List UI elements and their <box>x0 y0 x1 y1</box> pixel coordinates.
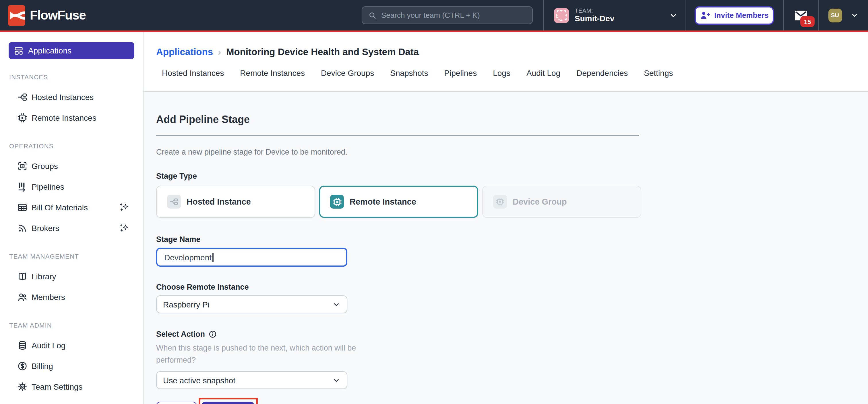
remote-instance-icon <box>330 195 344 209</box>
section-label: OPERATIONS <box>9 143 143 149</box>
section-label: TEAM MANAGEMENT <box>9 253 143 260</box>
user-menu[interactable]: SU <box>818 0 868 30</box>
pipelines-icon <box>17 182 28 192</box>
team-switcher[interactable]: TEAM: Sumit-Dev <box>544 0 685 30</box>
submit-wrap: Add Stage <box>202 402 254 404</box>
application-tabs: Hosted Instances Remote Instances Device… <box>144 68 868 78</box>
invite-wrap: Invite Members <box>685 6 783 24</box>
sidebar-item-bill-of-materials[interactable]: Bill Of Materials <box>0 197 143 218</box>
select-action-label-text: Select Action <box>156 330 205 339</box>
stage-type-option-label: Hosted Instance <box>187 197 251 206</box>
hosted-instance-icon <box>167 195 181 209</box>
sidebar-item-pipelines[interactable]: Pipelines <box>0 176 143 197</box>
cancel-button[interactable]: Cancel <box>156 402 197 404</box>
tab-device-groups[interactable]: Device Groups <box>321 68 374 78</box>
sidebar-item-label: Remote Instances <box>32 113 96 122</box>
device-group-icon <box>493 195 507 209</box>
search-input[interactable] <box>381 11 526 20</box>
settings-gear-icon <box>17 382 28 392</box>
tab-dependencies[interactable]: Dependencies <box>577 68 628 78</box>
page-header: Applications › Monitoring Device Health … <box>144 32 868 92</box>
sidebar-item-label: Pipelines <box>32 182 64 191</box>
sidebar-item-label: Bill Of Materials <box>32 203 88 212</box>
action-value: Use active snapshot <box>163 376 236 385</box>
sparkles-icon <box>119 223 129 233</box>
sidebar-item-remote-instances[interactable]: Remote Instances <box>0 108 143 128</box>
user-avatar: SU <box>828 8 842 22</box>
tab-audit-log[interactable]: Audit Log <box>526 68 560 78</box>
invite-members-label: Invite Members <box>714 11 768 20</box>
team-label: TEAM: <box>575 7 614 14</box>
sidebar-item-label: Audit Log <box>32 341 65 350</box>
team-name: Sumit-Dev <box>575 14 614 23</box>
stage-type-option-label: Remote Instance <box>350 197 416 206</box>
sparkles-icon <box>119 202 129 213</box>
flowfuse-logo-icon <box>8 5 25 26</box>
invite-members-button[interactable]: Invite Members <box>694 6 774 24</box>
stage-name-input[interactable]: Development <box>156 248 347 267</box>
remote-instance-value: Raspberry Pi <box>163 300 210 309</box>
select-action-help: When this stage is pushed to the next, w… <box>156 342 358 366</box>
applications-icon <box>14 46 24 55</box>
chevron-down-icon[interactable] <box>669 11 678 20</box>
notifications-button[interactable]: 15 <box>784 0 818 30</box>
sidebar-item-members[interactable]: Members <box>0 287 143 308</box>
chevron-down-icon <box>850 11 859 20</box>
sidebar-item-label: Brokers <box>32 224 59 233</box>
sidebar-item-audit-log[interactable]: Audit Log <box>0 335 143 356</box>
form-description: Create a new pipeline stage for Device t… <box>156 148 868 156</box>
stage-type-option-label: Device Group <box>513 197 567 206</box>
stage-name-label: Stage Name <box>156 235 868 244</box>
breadcrumb: Applications › Monitoring Device Health … <box>144 32 868 57</box>
tab-logs[interactable]: Logs <box>493 68 510 78</box>
tab-pipelines[interactable]: Pipelines <box>444 68 477 78</box>
stage-type-hosted-instance[interactable]: Hosted Instance <box>156 185 315 218</box>
bill-of-materials-icon <box>17 202 28 213</box>
brokers-icon <box>17 223 28 233</box>
breadcrumb-separator: › <box>218 47 221 57</box>
tab-snapshots[interactable]: Snapshots <box>390 68 428 78</box>
remote-instance-select[interactable]: Raspberry Pi <box>156 295 347 313</box>
tab-settings[interactable]: Settings <box>644 68 673 78</box>
form-title: Add Pipeline Stage <box>156 114 868 126</box>
page-title: Monitoring Device Health and System Data <box>226 47 419 57</box>
sidebar-item-groups[interactable]: Groups <box>0 156 143 176</box>
tab-remote-instances[interactable]: Remote Instances <box>240 68 305 78</box>
top-navbar: FlowFuse TEAM: Sumit-Dev <box>0 0 868 32</box>
select-action-label: Select Action <box>156 330 868 339</box>
sidebar-section-operations: OPERATIONS Groups Pipelines <box>0 143 143 238</box>
sidebar-section-instances: INSTANCES Hosted Instances Remote Instan… <box>0 74 143 128</box>
remote-instances-icon <box>17 113 28 123</box>
action-select[interactable]: Use active snapshot <box>156 371 347 389</box>
sidebar-item-hosted-instances[interactable]: Hosted Instances <box>0 87 143 108</box>
sidebar-item-applications[interactable]: Applications <box>9 42 134 59</box>
team-avatar <box>554 8 569 23</box>
sidebar-item-brokers[interactable]: Brokers <box>0 218 143 238</box>
stage-type-label: Stage Type <box>156 172 868 180</box>
stage-type-device-group: Device Group <box>482 185 641 218</box>
section-label: TEAM ADMIN <box>9 322 143 329</box>
team-search[interactable] <box>362 6 533 24</box>
sidebar-item-billing[interactable]: Billing <box>0 356 143 376</box>
flowfuse-logo[interactable]: FlowFuse <box>0 5 86 26</box>
team-texts: TEAM: Sumit-Dev <box>575 7 614 23</box>
sidebar-item-label: Library <box>32 272 56 281</box>
sidebar-item-team-settings[interactable]: Team Settings <box>0 376 143 397</box>
billing-icon <box>17 361 28 371</box>
audit-log-icon <box>17 340 28 351</box>
stage-type-options: Hosted Instance Remote Instance <box>156 185 868 218</box>
logo-wordmark: FlowFuse <box>30 8 86 23</box>
sidebar-item-library[interactable]: Library <box>0 266 143 287</box>
flowfuse-app: FlowFuse TEAM: Sumit-Dev <box>0 0 868 404</box>
breadcrumb-applications-link[interactable]: Applications <box>156 47 213 57</box>
stage-type-remote-instance[interactable]: Remote Instance <box>319 185 478 218</box>
hosted-instances-icon <box>17 92 28 102</box>
sidebar-item-label: Members <box>32 292 65 302</box>
add-stage-button[interactable]: Add Stage <box>202 402 254 404</box>
sidebar-section-team-admin: TEAM ADMIN Audit Log Billing <box>0 322 143 397</box>
section-label: INSTANCES <box>9 74 143 81</box>
search-icon <box>368 11 377 20</box>
members-icon <box>17 292 28 302</box>
info-icon[interactable] <box>208 330 217 339</box>
tab-hosted-instances[interactable]: Hosted Instances <box>162 68 224 78</box>
